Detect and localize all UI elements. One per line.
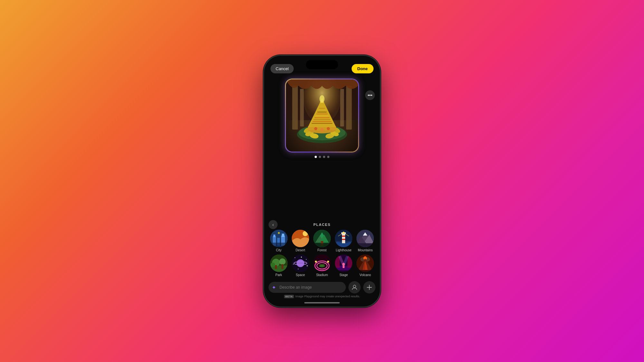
cancel-button[interactable]: Cancel — [270, 64, 294, 73]
home-bar — [304, 302, 340, 303]
place-item-mountains[interactable]: Mountains — [355, 230, 375, 252]
volcano-icon — [356, 255, 374, 272]
generated-image-frame — [285, 79, 359, 153]
beta-notice: BETA Image Playground may create unexpec… — [269, 295, 375, 298]
svg-rect-64 — [356, 243, 374, 247]
svg-rect-38 — [282, 234, 284, 237]
svg-point-29 — [319, 95, 325, 102]
pagination-dots — [264, 153, 380, 161]
bottom-bar: ✦ BETA Image Play — [264, 279, 380, 301]
places-section: ‹ PLACES — [264, 223, 380, 279]
svg-point-73 — [295, 257, 295, 258]
dot-1 — [315, 156, 317, 158]
stadium-label: Stadium — [316, 273, 328, 277]
svg-point-77 — [307, 265, 308, 266]
svg-point-75 — [306, 259, 307, 260]
svg-point-74 — [301, 256, 302, 257]
input-row: ✦ — [269, 281, 375, 293]
svg-point-30 — [314, 127, 317, 130]
svg-rect-97 — [343, 265, 345, 268]
svg-point-96 — [342, 263, 345, 265]
svg-rect-4 — [300, 89, 304, 126]
svg-point-78 — [298, 269, 298, 269]
svg-rect-68 — [275, 265, 277, 269]
place-item-stage[interactable]: Stage — [334, 255, 354, 277]
svg-rect-101 — [356, 270, 374, 272]
svg-rect-70 — [281, 264, 283, 269]
space-label: Space — [296, 273, 305, 277]
beta-text: Image Playground may create unexpected r… — [295, 295, 360, 298]
svg-rect-3 — [292, 86, 298, 129]
place-item-lighthouse[interactable]: Lighthouse — [334, 230, 354, 252]
forest-icon — [313, 230, 331, 247]
done-button[interactable]: Done — [352, 64, 374, 73]
person-icon — [352, 284, 357, 290]
svg-point-76 — [293, 264, 294, 265]
svg-rect-54 — [342, 239, 345, 240]
more-options-button[interactable]: ••• — [365, 90, 375, 100]
generated-image — [286, 79, 358, 152]
back-button[interactable]: ‹ — [269, 220, 278, 229]
volcano-label: Volcano — [360, 273, 371, 277]
mountains-label: Mountains — [358, 248, 373, 252]
lighthouse-icon — [335, 230, 352, 247]
input-wrapper: ✦ — [269, 282, 346, 293]
svg-rect-5 — [346, 86, 352, 129]
svg-rect-35 — [273, 235, 275, 237]
svg-point-31 — [320, 128, 324, 131]
place-item-stadium[interactable]: Stadium — [312, 255, 332, 277]
image-container — [264, 76, 380, 153]
desert-icon — [292, 230, 309, 247]
forest-label: Forest — [317, 248, 327, 252]
svg-rect-92 — [335, 256, 340, 268]
dynamic-island — [306, 60, 338, 69]
park-icon — [270, 255, 288, 272]
svg-rect-53 — [342, 236, 345, 237]
stadium-icon — [313, 255, 331, 272]
svg-point-43 — [303, 231, 308, 236]
dot-4 — [327, 156, 329, 158]
places-title: PLACES — [313, 223, 331, 227]
park-label: Park — [275, 273, 282, 277]
place-item-forest[interactable]: Forest — [312, 230, 332, 252]
svg-rect-93 — [347, 256, 352, 268]
describe-image-input[interactable] — [269, 282, 346, 293]
space-icon — [292, 255, 309, 272]
svg-point-69 — [279, 258, 286, 265]
svg-point-32 — [327, 127, 330, 130]
person-button[interactable] — [348, 281, 361, 293]
svg-rect-49 — [313, 243, 331, 247]
desert-label: Desert — [296, 248, 305, 252]
dot-2 — [319, 156, 321, 158]
stage-icon — [335, 255, 352, 272]
stage-label: Stage — [339, 273, 348, 277]
mountains-icon — [356, 230, 374, 247]
place-item-city[interactable]: City — [269, 230, 289, 252]
plus-icon — [366, 284, 372, 290]
place-item-space[interactable]: Space — [290, 255, 310, 277]
home-indicator — [264, 301, 380, 307]
beta-badge: BETA — [284, 295, 294, 298]
place-item-desert[interactable]: Desert — [290, 230, 310, 252]
place-item-park[interactable]: Park — [269, 255, 289, 277]
svg-rect-39 — [270, 243, 288, 247]
place-item-volcano[interactable]: Volcano — [355, 255, 375, 277]
phone-screen: Cancel Done ••• — [264, 56, 380, 307]
svg-rect-6 — [340, 89, 344, 126]
add-button[interactable] — [363, 281, 375, 293]
svg-point-40 — [278, 232, 280, 234]
image-svg — [286, 79, 358, 152]
lighthouse-label: Lighthouse — [336, 248, 352, 252]
places-header: ‹ PLACES — [269, 223, 375, 227]
city-icon — [270, 230, 288, 247]
svg-point-102 — [353, 285, 356, 288]
phone-frame: Cancel Done ••• — [264, 56, 380, 307]
city-label: City — [276, 248, 281, 252]
svg-point-71 — [270, 263, 275, 267]
svg-rect-52 — [342, 234, 345, 243]
dot-3 — [323, 156, 325, 158]
places-grid: City Desert — [269, 230, 375, 277]
svg-point-81 — [297, 259, 304, 267]
